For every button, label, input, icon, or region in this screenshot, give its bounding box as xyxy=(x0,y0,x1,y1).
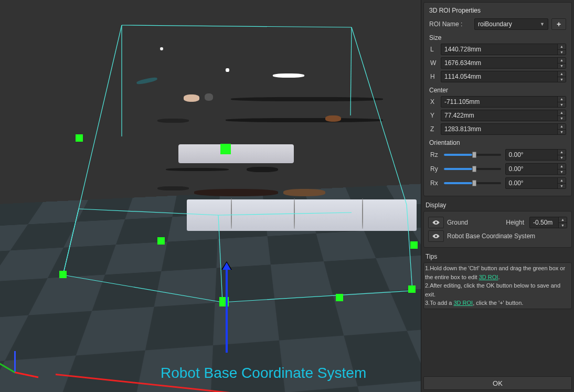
tip-3: 3.To add a 3D ROI, click the '+' button. xyxy=(425,299,570,308)
add-roi-button[interactable]: + xyxy=(551,18,566,30)
axis-gizmo xyxy=(5,349,37,380)
size-h-input[interactable]: 1114.054mm▲▼ xyxy=(441,71,566,82)
svg-line-0 xyxy=(122,25,352,27)
point-cloud xyxy=(226,118,383,122)
size-heading: Size xyxy=(429,34,566,41)
point-cloud xyxy=(157,186,189,190)
toggle-ground-button[interactable] xyxy=(428,217,444,228)
rz-input[interactable]: 0.00°▲▼ xyxy=(505,149,567,161)
roi-name-value: roiBoundary xyxy=(478,20,512,28)
stepper-icon[interactable]: ▲▼ xyxy=(557,178,566,188)
rx-input[interactable]: 0.00°▲▼ xyxy=(505,177,567,189)
center-heading: Center xyxy=(429,87,566,94)
roi-handle[interactable] xyxy=(410,241,418,249)
stepper-icon[interactable]: ▲▼ xyxy=(557,97,566,107)
tips-panel: 1.Hold down the 'Ctrl' button and drag t… xyxy=(423,262,572,309)
point-cloud xyxy=(362,198,363,229)
point-cloud xyxy=(226,68,229,72)
stepper-icon[interactable]: ▲▼ xyxy=(557,164,566,174)
svg-line-4 xyxy=(350,27,352,115)
point-cloud xyxy=(294,198,295,229)
point-cloud xyxy=(283,189,325,196)
tips-heading: Tips xyxy=(426,253,570,260)
point-cloud xyxy=(194,189,278,196)
roi-handle[interactable] xyxy=(220,144,231,154)
point-cloud xyxy=(184,94,199,102)
stepper-icon[interactable]: ▲▼ xyxy=(557,150,566,160)
point-cloud xyxy=(166,168,229,171)
center-x-input[interactable]: -711.105mm▲▼ xyxy=(441,96,566,108)
plus-icon: + xyxy=(557,20,561,28)
point-cloud xyxy=(247,167,278,172)
ry-label: Ry xyxy=(429,165,440,173)
center-z-input[interactable]: 1283.813mm▲▼ xyxy=(441,123,566,135)
tip-1: 1.Hold down the 'Ctrl' button and drag t… xyxy=(425,264,570,281)
coord-system-label: Robot Base Coordinate System xyxy=(161,365,366,382)
stepper-icon[interactable]: ▲▼ xyxy=(557,44,566,55)
size-l-label: L xyxy=(429,46,438,53)
roi-handle[interactable] xyxy=(157,237,165,245)
ry-input[interactable]: 0.00°▲▼ xyxy=(505,163,567,175)
orientation-heading: Orientation xyxy=(429,139,566,146)
svg-line-2 xyxy=(79,25,122,209)
stepper-icon[interactable]: ▲▼ xyxy=(557,124,566,134)
roi-handle[interactable] xyxy=(76,134,83,142)
display-heading: Display xyxy=(426,202,570,209)
svg-line-1 xyxy=(352,27,407,205)
ok-button[interactable]: OK xyxy=(423,376,572,390)
stepper-icon[interactable]: ▲▼ xyxy=(558,217,567,228)
chevron-down-icon: ▼ xyxy=(540,22,545,27)
roi-properties-panel: 3D ROI Properties ROI Name : roiBoundary… xyxy=(423,2,572,196)
toggle-coord-button[interactable] xyxy=(428,230,444,242)
eye-icon xyxy=(432,219,440,226)
stepper-icon[interactable]: ▲▼ xyxy=(557,110,566,121)
coord-label: Robot Base Coordinate System xyxy=(447,232,535,240)
roi-handle[interactable] xyxy=(336,294,343,301)
display-panel: Ground Height -0.50m▲▼ Robot Base Coordi… xyxy=(423,211,572,248)
roi-name-label: ROI Name : xyxy=(429,20,471,28)
roi-handle[interactable] xyxy=(408,285,416,293)
tip-link-3droi[interactable]: 3D ROI xyxy=(453,300,473,306)
stepper-icon[interactable]: ▲▼ xyxy=(557,71,566,82)
viewport-3d[interactable]: Robot Base Coordinate System xyxy=(0,0,421,392)
stepper-icon[interactable]: ▲▼ xyxy=(557,58,566,68)
point-cloud xyxy=(273,73,304,78)
tip-link-3droi[interactable]: 3D ROI xyxy=(479,274,498,280)
eye-icon xyxy=(432,233,440,239)
ground-label: Ground xyxy=(447,219,503,226)
roi-name-select[interactable]: roiBoundary ▼ xyxy=(474,18,548,30)
center-y-input[interactable]: 77.422mm▲▼ xyxy=(441,110,566,121)
center-x-label: X xyxy=(429,98,438,105)
ry-slider[interactable] xyxy=(444,165,501,173)
properties-sidebar: 3D ROI Properties ROI Name : roiBoundary… xyxy=(421,0,574,392)
size-h-label: H xyxy=(429,73,438,80)
z-axis-arrow xyxy=(226,263,228,353)
height-input[interactable]: -0.50m▲▼ xyxy=(529,217,567,228)
size-w-label: W xyxy=(429,59,438,67)
roi-handle[interactable] xyxy=(59,271,67,278)
point-cloud xyxy=(231,198,232,229)
tip-2: 2.After editing, click the OK button bel… xyxy=(425,281,570,299)
center-y-label: Y xyxy=(429,112,438,119)
rz-label: Rz xyxy=(429,151,440,158)
height-label: Height xyxy=(506,219,524,226)
point-cloud xyxy=(231,97,383,101)
point-cloud xyxy=(325,115,341,122)
point-cloud xyxy=(160,47,163,50)
point-cloud xyxy=(178,144,294,163)
point-cloud xyxy=(205,93,213,101)
rx-slider[interactable] xyxy=(444,179,501,187)
center-z-label: Z xyxy=(429,125,438,133)
point-cloud xyxy=(136,77,158,85)
point-cloud xyxy=(187,199,417,231)
rz-slider[interactable] xyxy=(444,151,501,158)
panel-title: 3D ROI Properties xyxy=(429,7,566,14)
rx-label: Rx xyxy=(429,179,440,187)
point-cloud xyxy=(157,119,189,123)
size-w-input[interactable]: 1676.634mm▲▼ xyxy=(441,57,566,69)
size-l-input[interactable]: 1440.728mm▲▼ xyxy=(441,44,566,55)
